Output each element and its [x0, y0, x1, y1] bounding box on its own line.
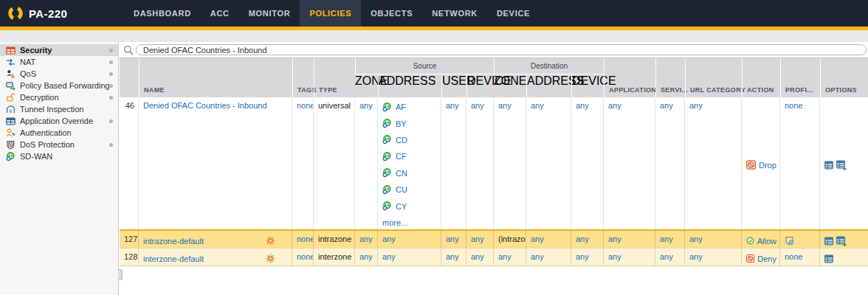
rule-number[interactable]: 128 — [120, 249, 139, 266]
column-header-dst-zone[interactable]: ZONE — [494, 74, 526, 98]
log-add-icon[interactable] — [836, 160, 847, 170]
column-header-src-zone[interactable]: ZONE — [355, 74, 378, 98]
more-link[interactable]: more... — [382, 218, 407, 228]
sidebar-item-tunnel-inspection[interactable]: Tunnel Inspection — [0, 103, 118, 115]
sidebar-item-decryption[interactable]: Decryption — [0, 91, 118, 103]
src-device-cell[interactable]: any — [466, 97, 494, 229]
log-icon[interactable] — [824, 237, 833, 246]
application-cell[interactable]: any — [604, 97, 655, 229]
column-header-name[interactable]: NAME — [139, 58, 292, 98]
tags-cell[interactable]: none — [292, 249, 314, 266]
dst-zone-cell[interactable]: any — [494, 97, 526, 229]
column-header-number[interactable] — [120, 58, 139, 98]
service-cell[interactable]: any — [655, 249, 685, 266]
profile-cell[interactable]: none — [780, 249, 820, 266]
column-header-src-address[interactable]: ADDRESS — [378, 74, 441, 98]
search-icon — [123, 45, 134, 55]
url-category-cell[interactable]: any — [685, 249, 742, 266]
filter-bar — [120, 42, 868, 58]
address-object[interactable]: CN — [382, 165, 438, 181]
address-object[interactable]: AF — [382, 99, 438, 115]
rule-name-link[interactable]: Denied OFAC Countries - Inbound — [143, 100, 267, 111]
dst-zone-cell: (intrazo... — [494, 231, 526, 248]
log-icon[interactable] — [824, 254, 833, 263]
column-header-type[interactable]: TYPE — [314, 58, 355, 98]
column-header-url-category[interactable]: URL CATEGORY — [685, 58, 742, 98]
override-gear-icon[interactable] — [266, 236, 275, 246]
tags-cell[interactable]: none — [292, 231, 314, 248]
src-address-cell[interactable]: any — [378, 249, 441, 266]
nav-dashboard[interactable]: DASHBOARD — [124, 0, 201, 27]
sidebar-item-authentication[interactable]: Authentication — [0, 127, 118, 139]
column-header-user[interactable]: USER — [441, 74, 466, 98]
application-cell[interactable]: any — [604, 249, 655, 266]
nav-policies[interactable]: POLICIES — [300, 0, 361, 27]
table-row-rule-46[interactable]: 46 Denied OFAC Countries - Inbound none … — [120, 97, 868, 229]
column-header-service[interactable]: SERVI... — [655, 58, 685, 98]
group-header-source: Source — [355, 58, 494, 74]
rule-number[interactable]: 46 — [120, 97, 139, 229]
service-cell[interactable]: any — [655, 231, 685, 248]
nav-device[interactable]: DEVICE — [487, 0, 540, 27]
panel-splitter-grip[interactable] — [118, 269, 123, 280]
rule-name-link[interactable]: interzone-default — [143, 254, 204, 264]
sidebar-item-qos[interactable]: QoS — [0, 68, 118, 80]
dst-device-cell[interactable]: any — [571, 231, 604, 248]
address-object[interactable]: CD — [382, 132, 438, 148]
src-address-cell[interactable]: any — [378, 231, 441, 248]
nav-monitor[interactable]: MONITOR — [239, 0, 300, 27]
nav-objects[interactable]: OBJECTS — [361, 0, 422, 27]
override-gear-icon[interactable] — [266, 254, 275, 263]
address-object[interactable]: CU — [382, 181, 438, 198]
application-cell[interactable]: any — [604, 231, 655, 248]
sidebar-item-nat[interactable]: NAT — [0, 56, 118, 68]
nav-acc[interactable]: ACC — [201, 0, 239, 27]
user-cell[interactable]: any — [441, 97, 466, 229]
nav-network[interactable]: NETWORK — [422, 0, 487, 27]
rule-filter-input[interactable] — [136, 44, 867, 55]
sidebar-item-dos-protection[interactable]: DoS Protection — [0, 139, 118, 150]
src-zone-cell[interactable]: any — [355, 231, 378, 248]
dst-zone-cell[interactable]: any — [494, 249, 526, 266]
profile-cell[interactable]: none — [780, 97, 820, 229]
profile-cell — [780, 231, 820, 248]
profile-group-icon[interactable] — [785, 236, 794, 246]
sidebar-item-policy-based-forwarding[interactable]: Policy Based Forwarding — [0, 80, 118, 91]
column-header-application[interactable]: APPLICATION — [604, 58, 655, 98]
dst-device-cell[interactable]: any — [571, 97, 604, 229]
src-device-cell[interactable]: any — [466, 249, 494, 266]
src-device-cell[interactable]: any — [466, 231, 494, 248]
address-object[interactable]: BY — [382, 115, 438, 131]
dst-address-cell[interactable]: any — [526, 231, 571, 248]
service-cell[interactable]: any — [655, 97, 685, 229]
log-add-icon[interactable] — [836, 236, 847, 246]
column-header-profile[interactable]: PROFI... — [780, 58, 820, 98]
src-zone-cell[interactable]: any — [355, 97, 378, 229]
allow-action-icon — [746, 236, 754, 246]
dst-address-cell[interactable]: any — [526, 249, 571, 266]
column-header-dst-device[interactable]: DEVICE — [571, 74, 604, 98]
rule-name-link[interactable]: intrazone-default — [143, 236, 204, 246]
address-object[interactable]: CY — [382, 198, 438, 214]
table-row-rule-127[interactable]: 127 intrazone-default none intrazone any… — [120, 229, 868, 248]
column-header-dst-address[interactable]: ADDRESS — [526, 74, 571, 98]
table-row-rule-128[interactable]: 128 interzone-default none interzone any… — [120, 248, 868, 266]
sidebar-item-security[interactable]: Security — [0, 44, 118, 56]
dst-device-cell[interactable]: any — [571, 249, 604, 266]
src-zone-cell[interactable]: any — [355, 249, 378, 266]
url-category-cell[interactable]: any — [685, 97, 742, 229]
address-object[interactable]: CF — [382, 148, 438, 164]
column-header-tags[interactable]: TAGS — [292, 58, 314, 98]
sidebar-item-sd-wan[interactable]: SD-WAN — [0, 150, 118, 162]
user-cell[interactable]: any — [441, 249, 466, 266]
user-cell[interactable]: any — [441, 231, 466, 248]
url-category-cell[interactable]: any — [685, 231, 742, 248]
column-header-src-device[interactable]: DEVICE — [466, 74, 494, 98]
sidebar-item-application-override[interactable]: Application Override — [0, 115, 118, 127]
tags-cell[interactable]: none — [292, 97, 314, 229]
rule-number[interactable]: 127 — [120, 231, 139, 248]
column-header-options[interactable]: OPTIONS — [820, 58, 868, 98]
dst-address-cell[interactable]: any — [526, 97, 571, 229]
log-icon[interactable] — [824, 161, 833, 170]
column-header-action[interactable]: ACTION — [742, 58, 780, 98]
